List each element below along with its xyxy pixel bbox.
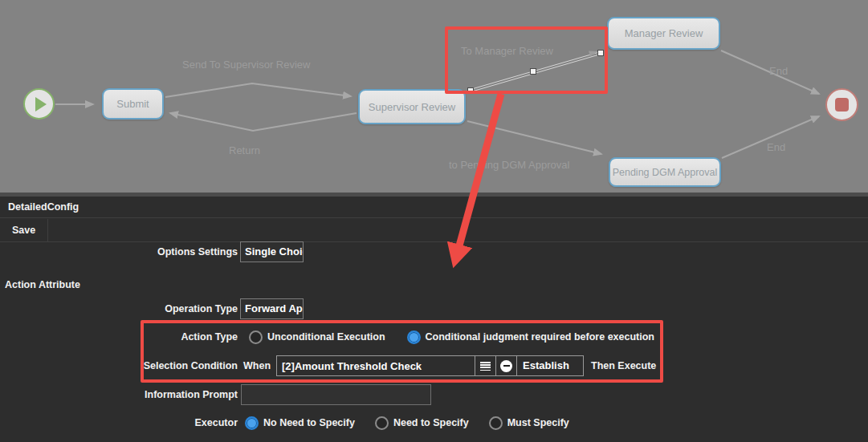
- radio-label: Need to Specify: [393, 417, 469, 428]
- operation-type-dropdown[interactable]: Forward App: [240, 298, 304, 319]
- edge-label-end-bottom: End: [767, 141, 785, 153]
- information-prompt-input[interactable]: [241, 384, 431, 405]
- node-label: Pending DGM Approval: [613, 167, 718, 178]
- edge-label-end-top: End: [769, 65, 788, 77]
- node-label: Manager Review: [625, 27, 703, 39]
- radio-must-specify[interactable]: [489, 416, 503, 430]
- edge-label-to-manager-review: To Manager Review: [461, 45, 553, 57]
- radio-label: No Need to Specify: [263, 417, 355, 428]
- when-label: When: [243, 360, 271, 371]
- edge-label-send-to-supervisor: Send To Supervisor Review: [182, 59, 310, 71]
- panel-title: DetailedConfig: [0, 197, 868, 218]
- node-supervisor-review[interactable]: Supervisor Review: [358, 89, 466, 124]
- radio-need-to-specify[interactable]: [375, 416, 389, 430]
- save-button[interactable]: Save: [0, 219, 48, 242]
- node-pending-dgm-approval[interactable]: Pending DGM Approval: [609, 157, 721, 187]
- action-attribute-section-title: Action Attribute: [5, 279, 80, 290]
- radio-label: Must Specify: [507, 417, 569, 428]
- end-node[interactable]: [825, 88, 858, 121]
- toolbar: Save: [0, 219, 868, 242]
- radio-label: Unconditional Execution: [267, 331, 385, 343]
- node-label: Supervisor Review: [369, 101, 455, 113]
- node-label: Submit: [116, 98, 149, 110]
- executor-label: Executor: [0, 417, 238, 428]
- edge-return[interactable]: [170, 113, 357, 131]
- radio-unconditional-execution[interactable]: [249, 330, 263, 344]
- radio-no-need-to-specify[interactable]: [245, 416, 259, 430]
- node-submit[interactable]: Submit: [102, 88, 164, 120]
- selection-condition-label: Selection Condition: [0, 360, 238, 371]
- information-prompt-label: Information Prompt: [0, 389, 238, 400]
- radio-label: Conditional judgment required before exe…: [426, 331, 654, 343]
- action-type-label: Action Type: [0, 331, 238, 343]
- workflow-designer-window: Submit Supervisor Review Manager Review …: [0, 0, 868, 442]
- then-execute-label: Then Execute: [591, 360, 656, 371]
- workflow-canvas[interactable]: Submit Supervisor Review Manager Review …: [0, 0, 868, 193]
- edge-label-to-pending-dgm: to Pending DGM Approval: [449, 159, 569, 171]
- edge-label-return: Return: [229, 144, 260, 156]
- edge-to-pending-dgm[interactable]: [467, 121, 601, 154]
- start-node[interactable]: [23, 88, 55, 120]
- edge-handle-start[interactable]: [468, 88, 474, 94]
- establish-dropdown[interactable]: Establish: [517, 355, 584, 376]
- remove-icon[interactable]: [496, 355, 517, 376]
- stop-icon: [835, 98, 849, 112]
- play-icon: [35, 97, 47, 112]
- options-settings-dropdown[interactable]: Single Choic: [240, 241, 304, 262]
- condition-input[interactable]: [276, 355, 475, 376]
- edge-handle-end[interactable]: [598, 51, 604, 56]
- node-manager-review[interactable]: Manager Review: [607, 17, 720, 50]
- edge-handle-middle[interactable]: [531, 69, 536, 75]
- radio-conditional-judgment[interactable]: [407, 330, 421, 344]
- detailed-config-panel: DetailedConfig Save Options Settings Sin…: [0, 193, 868, 442]
- list-icon[interactable]: [475, 355, 496, 376]
- operation-type-label: Operation Type: [0, 303, 238, 314]
- options-settings-label: Options Settings: [0, 246, 238, 257]
- edge-submit-to-supervisor[interactable]: [165, 83, 351, 97]
